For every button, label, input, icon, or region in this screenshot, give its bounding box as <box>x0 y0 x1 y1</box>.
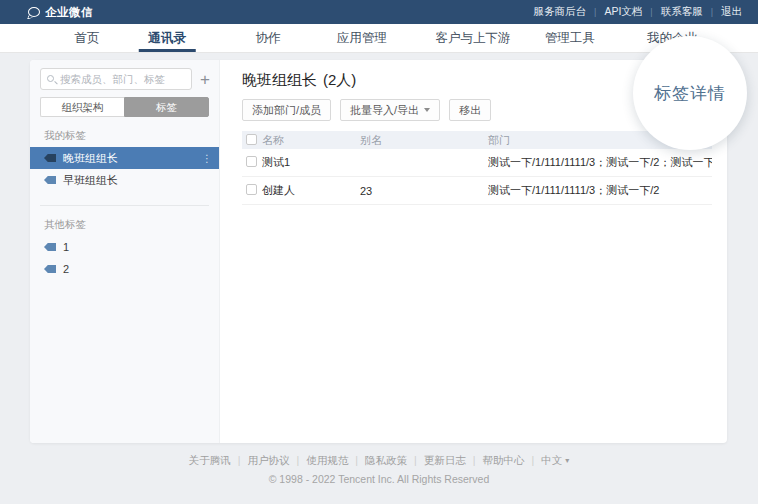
footer-link[interactable]: 中文 <box>541 454 562 466</box>
topbar-links: 服务商后台API文档联系客服退出 <box>534 5 742 19</box>
sidebar-tag-item[interactable]: 2 <box>30 258 219 280</box>
footer-link[interactable]: 用户协议 <box>248 454 307 466</box>
sidebar: + 组织架构 标签 我的标签 晚班组组长 早班组组长 <box>30 60 220 443</box>
sidebar-tag-item[interactable]: 早班组组长 <box>30 169 219 191</box>
column-name: 名称 <box>262 133 360 148</box>
tag-icon <box>44 154 56 162</box>
search-icon <box>47 75 54 82</box>
sidebar-divider <box>40 205 209 206</box>
sidebar-view-tabs: 组织架构 标签 <box>40 97 209 117</box>
member-count: (2人) <box>323 71 356 88</box>
tag-icon <box>44 243 56 251</box>
member-department: 测试一下/1/111/1111/3；测试一下/2；测试一下/1；测... <box>488 155 712 170</box>
batch-import-export-button[interactable]: 批量导入/导出 <box>340 99 440 121</box>
page-footer: 关于腾讯用户协议使用规范隐私政策更新日志帮助中心中文▾ © 1998 - 202… <box>0 454 758 485</box>
language-caret-icon[interactable]: ▾ <box>565 456 569 465</box>
member-name: 测试1 <box>262 155 360 170</box>
footer-link[interactable]: 关于腾讯 <box>189 454 248 466</box>
caret-down-icon <box>424 108 430 112</box>
nav-tab[interactable]: 协作 <box>256 24 281 52</box>
add-dept-member-button[interactable]: 添加部门/成员 <box>242 99 331 121</box>
tag-label: 1 <box>63 241 69 253</box>
my-tags-section-title: 我的标签 <box>44 129 219 143</box>
tag-label: 晚班组组长 <box>63 151 118 166</box>
footer-links-list: 关于腾讯用户协议使用规范隐私政策更新日志帮助中心中文 <box>189 454 562 466</box>
nav-tab[interactable]: 管理工具 <box>545 24 595 52</box>
nav-tab[interactable]: 首页 <box>75 24 100 52</box>
other-tags-list: 1 2 <box>30 236 219 280</box>
topbar-link[interactable]: 联系客服 <box>661 5 721 19</box>
more-options-icon[interactable] <box>202 153 212 164</box>
app-logo[interactable]: 企业微信 <box>28 5 93 20</box>
row-checkbox-cell <box>242 184 262 197</box>
chat-bubble-icon <box>28 7 40 17</box>
sidebar-tag-item[interactable]: 晚班组组长 <box>30 147 219 169</box>
my-tags-list: 晚班组组长 早班组组长 <box>30 147 219 191</box>
nav-tab[interactable]: 通讯录 <box>148 24 186 52</box>
copyright-text: © 1998 - 2022 Tencent Inc. All Rights Re… <box>0 473 758 485</box>
tag-icon <box>44 265 56 273</box>
table-row: 测试1 测试一下/1/111/1111/3；测试一下/2；测试一下/1；测... <box>242 149 712 177</box>
tag-label: 早班组组长 <box>63 173 118 188</box>
content-card: + 组织架构 标签 我的标签 晚班组组长 早班组组长 <box>30 60 727 443</box>
select-all-checkbox[interactable] <box>246 134 257 145</box>
tab-org-structure[interactable]: 组织架构 <box>40 97 124 117</box>
row-checkbox[interactable] <box>246 156 257 167</box>
row-checkbox[interactable] <box>246 184 257 195</box>
search-row: + <box>40 68 213 90</box>
sidebar-tag-item[interactable]: 1 <box>30 236 219 258</box>
main-nav: 首页通讯录协作应用管理客户与上下游管理工具我的企业 <box>0 24 758 53</box>
tab-tags[interactable]: 标签 <box>124 97 209 117</box>
footer-link[interactable]: 帮助中心 <box>482 454 541 466</box>
column-alias: 别名 <box>360 133 488 148</box>
topbar-link[interactable]: 退出 <box>721 5 742 19</box>
page: 企业微信 服务商后台API文档联系客服退出 首页通讯录协作应用管理客户与上下游管… <box>0 0 758 504</box>
topbar-link[interactable]: 服务商后台 <box>534 5 605 19</box>
topbar-link[interactable]: API文档 <box>604 5 660 19</box>
table-body: 测试1 测试一下/1/111/1111/3；测试一下/2；测试一下/1；测...… <box>242 149 712 205</box>
nav-tab[interactable]: 应用管理 <box>337 24 387 52</box>
tag-label: 2 <box>63 263 69 275</box>
footer-links: 关于腾讯用户协议使用规范隐私政策更新日志帮助中心中文▾ <box>0 454 758 468</box>
spotlight-label: 标签详情 <box>654 82 726 105</box>
app-logo-label: 企业微信 <box>45 5 93 20</box>
member-name: 创建人 <box>262 183 360 198</box>
nav-tab[interactable]: 客户与上下游 <box>436 24 511 52</box>
add-tag-button[interactable]: + <box>200 71 210 88</box>
members-table: 名称 别名 部门 测试1 测试一下/1/111/1111/3；测试一下/2；测试… <box>242 131 712 205</box>
footer-link[interactable]: 使用规范 <box>306 454 365 466</box>
remove-button[interactable]: 移出 <box>449 99 491 121</box>
batch-import-export-label: 批量导入/导出 <box>350 103 419 118</box>
other-tags-section-title: 其他标签 <box>44 218 219 232</box>
footer-link[interactable]: 隐私政策 <box>365 454 424 466</box>
top-bar: 企业微信 服务商后台API文档联系客服退出 <box>0 0 758 24</box>
tag-name-title: 晚班组组长 <box>242 71 317 88</box>
header-checkbox-cell <box>242 134 262 147</box>
member-alias: 23 <box>360 185 488 197</box>
search-box <box>40 68 192 90</box>
footer-link[interactable]: 更新日志 <box>424 454 483 466</box>
table-header: 名称 别名 部门 <box>242 131 712 149</box>
row-checkbox-cell <box>242 156 262 169</box>
member-department: 测试一下/1/111/1111/3；测试一下/2 <box>488 183 712 198</box>
tag-detail-spotlight: 标签详情 <box>633 36 747 150</box>
tag-icon <box>44 176 56 184</box>
table-row: 创建人 23 测试一下/1/111/1111/3；测试一下/2 <box>242 177 712 205</box>
search-input[interactable] <box>41 69 191 89</box>
